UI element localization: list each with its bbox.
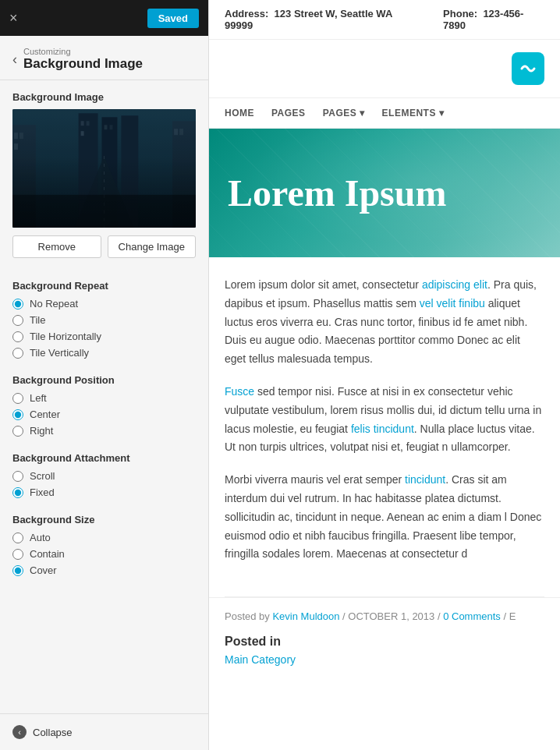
position-radio-center[interactable] [12,409,23,420]
panel-header: ‹ Customizing Background Image [0,36,208,80]
site-header [209,40,560,98]
author-link[interactable]: Kevin Muldoon [272,610,339,622]
repeat-option-tile[interactable]: Tile [12,314,196,326]
customizing-label: Customizing [23,47,143,56]
size-radio-cover[interactable] [12,565,23,576]
site-logo [512,52,544,85]
remove-image-button[interactable]: Remove [12,235,101,258]
position-option-left[interactable]: Left [12,392,196,404]
attachment-option-fixed[interactable]: Fixed [12,486,196,498]
posted-in-category[interactable]: Main Category [225,653,544,666]
bg-size-label: Background Size [12,514,196,525]
posted-in: Posted in Main Category [209,628,560,678]
bg-position-group: Left Center Right [12,392,196,437]
repeat-label-tile: Tile [30,314,45,326]
repeat-option-tile-v[interactable]: Tile Vertically [12,347,196,359]
content-para-2: Fusce sed tempor nisi. Fusce at nisi in … [225,383,544,457]
position-label-right: Right [30,425,53,437]
content-para-1: Lorem ipsum dolor sit amet, consectetur … [225,276,544,369]
link-4[interactable]: felis tincidunt [351,423,414,435]
link-1[interactable]: adipiscing elit [422,278,487,291]
svg-rect-18 [12,195,196,228]
city-image [12,109,196,228]
change-image-button[interactable]: Change Image [108,235,197,258]
position-option-right[interactable]: Right [12,425,196,437]
image-button-row: Remove Change Image [12,235,196,258]
size-option-auto[interactable]: Auto [12,532,196,543]
attachment-radio-fixed[interactable] [12,487,23,498]
back-button[interactable]: ‹ [12,51,17,68]
bg-repeat-group: No Repeat Tile Tile Horizontally Tile Ve… [12,298,196,359]
hero-title: Lorem Ipsum [228,172,541,214]
nav-elements[interactable]: ELEMENTS ▾ [382,108,445,119]
size-option-contain[interactable]: Contain [12,548,196,560]
nav-pages-1[interactable]: PAGES [271,108,306,119]
panel-body: Background Image [0,80,208,592]
svg-rect-19 [12,109,196,227]
bg-size-group: Auto Contain Cover [12,532,196,576]
bg-image-preview [12,109,196,228]
phone-row: Phone: 123-456-7890 [443,8,544,31]
size-label-auto: Auto [30,532,51,543]
position-label-center: Center [30,409,60,420]
phone-label: Phone: [443,8,477,19]
size-radio-contain[interactable] [12,549,23,560]
saved-button[interactable]: Saved [147,9,199,28]
link-5[interactable]: tincidunt [405,473,445,486]
repeat-option-tile-h[interactable]: Tile Horizontally [12,331,196,342]
position-option-center[interactable]: Center [12,409,196,420]
collapse-bar[interactable]: ‹ Collapse [0,713,208,750]
bg-image-label: Background Image [12,91,196,103]
posted-in-title: Posted in [225,635,544,649]
city-svg [12,109,196,228]
address-row: Address: 123 Street W, Seattle WA 99999 [225,8,420,31]
repeat-label-no-repeat: No Repeat [30,298,78,310]
repeat-label-tile-h: Tile Horizontally [30,331,101,342]
content-para-3: Morbi viverra mauris vel erat semper tin… [225,471,544,564]
repeat-option-no-repeat[interactable]: No Repeat [12,298,196,310]
site-topbar: Address: 123 Street W, Seattle WA 99999 … [209,0,560,40]
collapse-icon: ‹ [12,725,27,739]
size-radio-auto[interactable] [12,532,23,543]
panel-header-text: Customizing Background Image [23,47,143,72]
attachment-label-scroll: Scroll [30,470,55,482]
content-section: Lorem ipsum dolor sit amet, consectetur … [209,257,560,596]
bg-attachment-label: Background Attachment [12,452,196,464]
bg-attachment-group: Scroll Fixed [12,470,196,498]
bg-position-label: Background Position [12,374,196,386]
logo-svg [517,58,539,80]
top-bar: × Saved [0,0,208,36]
post-meta: Posted by Kevin Muldoon / OCTOBER 1, 201… [209,597,560,628]
nav-pages-2[interactable]: PAGES ▾ [323,108,365,119]
position-radio-left[interactable] [12,393,23,404]
attachment-label-fixed: Fixed [30,486,55,498]
nav-home[interactable]: HOME [225,108,254,119]
address-label: Address: [225,8,268,19]
panel-title: Background Image [23,56,143,72]
repeat-radio-tile-h[interactable] [12,331,23,342]
attachment-option-scroll[interactable]: Scroll [12,470,196,482]
bg-repeat-label: Background Repeat [12,280,196,292]
link-2[interactable]: vel velit finibu [420,297,485,310]
repeat-radio-tile[interactable] [12,315,23,326]
size-label-contain: Contain [30,548,65,560]
repeat-radio-tile-v[interactable] [12,348,23,359]
site-nav: HOME PAGES PAGES ▾ ELEMENTS ▾ [209,98,560,129]
link-3[interactable]: Fusce [225,385,254,398]
size-label-cover: Cover [30,564,57,576]
customizer-panel: × Saved ‹ Customizing Background Image B… [0,0,209,750]
hero-section: Lorem Ipsum [209,129,560,257]
comments-link[interactable]: 0 Comments [443,610,501,622]
site-preview: Address: 123 Street W, Seattle WA 99999 … [209,0,560,750]
collapse-label: Collapse [33,727,73,738]
size-option-cover[interactable]: Cover [12,564,196,576]
attachment-radio-scroll[interactable] [12,471,23,482]
position-radio-right[interactable] [12,426,23,437]
repeat-label-tile-v: Tile Vertically [30,347,89,359]
close-button[interactable]: × [9,10,18,27]
position-label-left: Left [30,392,47,404]
repeat-radio-no-repeat[interactable] [12,299,23,310]
